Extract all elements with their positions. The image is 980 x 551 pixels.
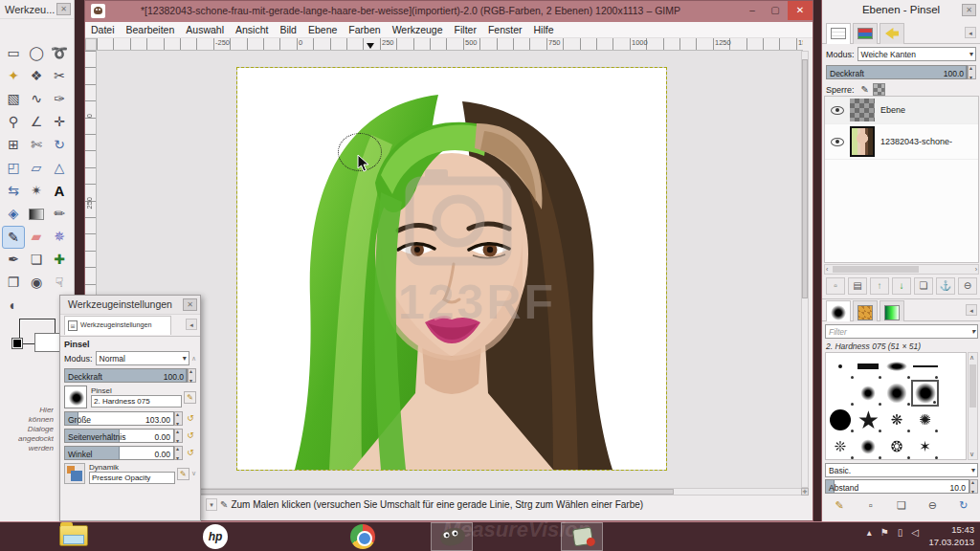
lock-paint-icon[interactable]: ✎ (861, 84, 869, 95)
edit-dynamics-icon[interactable]: ✎ (177, 468, 189, 480)
tool-airbrush[interactable]: ✵ (48, 226, 71, 249)
spacing-spinner[interactable] (969, 479, 978, 494)
menu-hilfe[interactable]: Hilfe (528, 22, 560, 37)
tool-blur-sharpen[interactable]: ◉ (25, 272, 48, 295)
tool-scale[interactable]: ◰ (2, 157, 25, 180)
battery-icon[interactable]: ▯ (898, 527, 903, 538)
size-spinner[interactable] (174, 411, 183, 426)
action-center-icon[interactable]: ⚑ (880, 527, 889, 538)
new-brush-button[interactable]: ▫ (861, 497, 880, 515)
maximize-button[interactable]: ▢ (765, 1, 786, 20)
taskbar-chrome-icon[interactable] (350, 524, 375, 549)
tab-channels[interactable] (853, 23, 878, 44)
tool-clone[interactable]: ❏ (25, 249, 48, 272)
duplicate-brush-button[interactable]: ❏ (892, 497, 911, 515)
dock-menu-button[interactable]: ◂ (186, 319, 197, 330)
reset-size-icon[interactable]: ↺ (185, 412, 196, 425)
minimize-button[interactable]: – (742, 1, 763, 20)
aspect-ratio-slider[interactable]: Seitenverhältnis 0.00 (64, 429, 174, 443)
visibility-eye-icon[interactable] (831, 138, 844, 146)
tool-rotate[interactable]: ↻ (48, 134, 71, 157)
tool-free-select[interactable]: ➰ (48, 42, 71, 65)
tray-expand-icon[interactable]: ▴ (867, 527, 872, 538)
canvas-viewport[interactable]: 123RF (97, 51, 803, 488)
menu-farben[interactable]: Farben (343, 22, 386, 37)
size-slider[interactable]: Größe 103.00 (64, 411, 174, 426)
opacity-spinner[interactable] (188, 368, 196, 383)
new-layer-button[interactable]: ▫ (826, 277, 845, 295)
layer-row[interactable]: Ebene (825, 97, 978, 124)
brush-item[interactable]: ❊ (826, 433, 855, 460)
layers-titlebar[interactable]: Ebenen - Pinsel ✕ (822, 0, 980, 21)
brush-grid-scrollbar[interactable]: ∧ ∨ (968, 352, 978, 460)
tool-paintbrush[interactable]: ✎ (2, 226, 25, 249)
lock-alpha-icon[interactable] (873, 83, 885, 96)
close-icon[interactable]: ✕ (56, 3, 71, 15)
tool-perspective[interactable]: △ (48, 157, 71, 180)
volume-icon[interactable]: ◁ (911, 527, 919, 538)
tool-options-titlebar[interactable]: Werkzeugeinstellungen ✕ (60, 296, 200, 315)
brush-item[interactable]: ★ (855, 407, 883, 433)
menu-bild[interactable]: Bild (274, 22, 302, 37)
menu-ansicht[interactable]: Ansicht (230, 22, 274, 37)
layer-opacity-spinner[interactable] (968, 65, 976, 79)
anchor-layer-button[interactable]: ⚓ (936, 277, 955, 295)
tool-fuzzy-select[interactable]: ✦ (2, 65, 25, 88)
dynamics-field[interactable]: Pressure Opacity (89, 472, 175, 484)
menu-fenster[interactable]: Fenster (482, 22, 528, 37)
tool-ink[interactable]: ✒ (2, 249, 25, 272)
scroll-down-icon[interactable]: ∨ (191, 470, 196, 477)
brush-category-select[interactable]: Basic. (825, 463, 978, 477)
visibility-eye-icon[interactable] (831, 106, 844, 115)
close-button[interactable]: ✕ (788, 1, 813, 20)
close-icon[interactable]: ✕ (183, 298, 197, 311)
menu-ebene[interactable]: Ebene (302, 22, 343, 37)
tool-foreground-select[interactable]: ▧ (2, 88, 25, 111)
tool-pencil[interactable]: ✏ (48, 203, 71, 226)
tool-ellipse-select[interactable]: ◯ (25, 42, 48, 65)
brush-item[interactable]: ❋ (882, 407, 911, 433)
scroll-up-icon[interactable]: ∧ (969, 354, 974, 362)
angle-spinner[interactable] (174, 446, 183, 460)
tool-eraser[interactable]: ▰ (25, 226, 48, 249)
reset-angle-icon[interactable]: ↺ (185, 447, 196, 459)
llscroll-thumb[interactable] (833, 266, 919, 273)
angle-slider[interactable]: Winkel 0.00 (64, 446, 174, 460)
new-group-button[interactable]: ▤ (848, 277, 867, 295)
brush-preview[interactable] (64, 386, 87, 408)
scroll-right-icon[interactable]: › (975, 265, 977, 274)
taskbar-screenshot-icon[interactable] (561, 522, 603, 551)
tab-gradients[interactable] (880, 300, 904, 321)
tool-select-by-color[interactable]: ❖ (25, 65, 48, 88)
tab-undo-history[interactable] (880, 23, 904, 44)
tool-cage-transform[interactable]: ✴ (25, 180, 48, 203)
scroll-left-icon[interactable]: ‹ (826, 265, 828, 274)
bgrid-thumb[interactable] (969, 364, 976, 408)
menu-werkzeuge[interactable]: Werkzeuge (387, 22, 449, 37)
tool-measure[interactable]: ∠ (25, 111, 48, 134)
toolbox-titlebar[interactable]: Werkzeu... ✕ (0, 0, 74, 19)
tool-gradient[interactable] (25, 203, 48, 226)
taskbar-clock[interactable]: 15:43 17.03.2013 (928, 524, 974, 549)
brush-item[interactable] (855, 380, 883, 407)
brush-item[interactable] (826, 353, 855, 380)
tool-crop[interactable]: ✄ (25, 134, 48, 157)
tool-paths[interactable]: ∿ (25, 88, 48, 111)
brush-item[interactable] (911, 353, 940, 380)
edit-brush-button[interactable]: ✎ (830, 497, 849, 515)
menu-filter[interactable]: Filter (449, 22, 482, 37)
tool-perspective-clone[interactable]: ❐ (2, 272, 25, 295)
tab-brushes[interactable] (826, 300, 851, 321)
dock-menu-button[interactable]: ◂ (966, 304, 977, 316)
brush-item[interactable]: ❂ (882, 433, 911, 460)
brush-item[interactable] (911, 380, 940, 407)
close-icon[interactable]: ✕ (962, 4, 976, 16)
tool-dodge-burn[interactable]: ◐ (2, 295, 25, 318)
spacing-slider[interactable]: Abstand 10.0 (825, 479, 969, 494)
taskbar-gimp-icon[interactable] (431, 522, 473, 551)
menu-datei[interactable]: Datei (85, 22, 121, 37)
default-colors-icon[interactable] (12, 339, 22, 348)
layer-list-scrollbar[interactable]: ‹ › (824, 264, 979, 275)
tool-bucket-fill[interactable]: ◈ (2, 203, 25, 226)
delete-layer-button[interactable]: ⊖ (958, 277, 977, 295)
